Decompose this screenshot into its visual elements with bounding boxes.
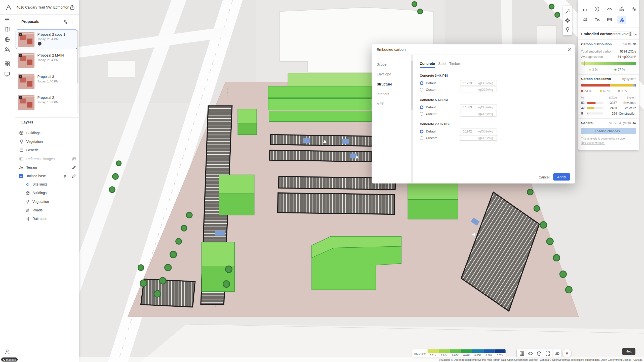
layer-label: Generic — [26, 148, 38, 152]
layer-vegetation[interactable]: Vegetation — [15, 138, 78, 146]
help-circle-icon[interactable] — [628, 32, 632, 36]
custom-value-field[interactable]: kgCO2e/kg — [460, 86, 497, 92]
metrics-tool-button[interactable] — [580, 5, 589, 13]
custom-option-row: Custom — [420, 135, 437, 141]
tab-steel[interactable]: Steel — [438, 62, 446, 67]
filter-icon[interactable] — [63, 19, 68, 25]
modal-nav-interiors[interactable]: Interiors — [377, 92, 389, 96]
daylight-tool-button[interactable] — [605, 5, 614, 13]
microclimate-tool-button[interactable] — [593, 16, 602, 24]
layer-untitled-base[interactable]: A Untitled base — [15, 172, 78, 180]
apply-button[interactable]: Apply — [553, 173, 570, 180]
swap-icon[interactable] — [62, 174, 67, 179]
mapbox-logo[interactable]: mapbox — [1, 357, 18, 361]
sublayer-buildings[interactable]: Buildings — [15, 189, 78, 197]
layer-buildings[interactable]: Buildings — [15, 129, 78, 137]
default-value-field: kgCO2e/kg — [460, 80, 497, 86]
custom-value-input[interactable] — [462, 136, 475, 140]
distribution-gradient-bar[interactable] — [581, 62, 636, 65]
layer-label: Buildings — [32, 191, 47, 195]
sublayer-railroads[interactable]: Railroads — [15, 215, 78, 223]
loading-changes-button[interactable]: Loading changes... — [581, 128, 636, 134]
pencil-icon[interactable] — [71, 174, 76, 179]
proposal-card[interactable]: A Proposal 2 copy 1 Today, 2:54 PM — [16, 30, 77, 49]
fullscreen-button[interactable] — [543, 350, 552, 357]
sun-hours-tool-button[interactable] — [593, 5, 602, 13]
library-button[interactable] — [4, 26, 10, 32]
custom-radio[interactable] — [420, 88, 424, 92]
vegetation-tool-button[interactable] — [563, 25, 572, 34]
tune-icon[interactable] — [632, 121, 637, 125]
proposal-time: Today, 2:04 PM — [37, 58, 59, 62]
proposals-scrollbar[interactable] — [77, 30, 78, 114]
custom-value-field[interactable]: kgCO2e/kg — [460, 111, 497, 117]
noise-tool-button[interactable] — [580, 16, 589, 24]
custom-value-input[interactable] — [462, 88, 475, 92]
tab-concrete[interactable]: Concrete — [420, 62, 435, 68]
proposal-name: Proposal 3 — [37, 75, 54, 79]
modal-nav-envelope[interactable]: Envelope — [377, 72, 391, 76]
sun-icon — [594, 6, 600, 12]
tab-timber[interactable]: Timber — [449, 62, 460, 67]
expand-icon — [545, 351, 550, 356]
close-icon[interactable] — [567, 47, 572, 52]
eye-off-icon[interactable] — [71, 156, 76, 161]
2d-mode-button[interactable]: 2D — [553, 349, 561, 357]
distribution-legend-low: 3 % — [589, 68, 597, 71]
operational-energy-tool-button[interactable] — [630, 5, 639, 13]
help-button[interactable]: Help — [622, 348, 635, 355]
project-address[interactable]: 4616 Calgary Trail NW, Edmonton, ... — [16, 5, 69, 9]
default-radio[interactable] — [420, 106, 424, 109]
share-icon[interactable] — [69, 5, 75, 10]
modal-nav-scope[interactable]: Scope — [377, 62, 386, 66]
collaborate-button[interactable] — [4, 46, 10, 52]
see-documentation-link[interactable]: See documentation — [581, 141, 605, 144]
app-window: 4616 Calgary Trail NW, Edmonton, ... — [0, 0, 644, 362]
custom-radio[interactable] — [420, 112, 424, 116]
proposal-card[interactable]: A Proposal 2 MAIN Today, 2:04 PM — [16, 51, 77, 70]
pencil-icon[interactable] — [71, 165, 76, 170]
modal-nav-mep[interactable]: MEP — [377, 102, 384, 106]
custom-value-field[interactable]: kgCO2e/kg — [460, 135, 497, 141]
layer-reference-images[interactable]: Reference images — [15, 155, 78, 163]
menu-button[interactable] — [4, 16, 10, 22]
custom-label: Custom — [426, 88, 437, 92]
profile-button[interactable] — [4, 349, 10, 355]
custom-radio[interactable] — [420, 136, 424, 140]
custom-value-input[interactable] — [462, 112, 475, 116]
compass-control[interactable] — [563, 349, 571, 357]
custom-option-row: Custom — [420, 111, 437, 117]
layer-terrain[interactable]: Terrain — [15, 163, 78, 172]
app-logo-icon[interactable] — [5, 4, 12, 11]
analysis-panel: Embodied carbon EXPERIMENTAL Carbon dist… — [578, 0, 639, 150]
default-radio[interactable] — [420, 81, 424, 85]
default-radio[interactable] — [420, 130, 424, 133]
apps-button[interactable] — [4, 61, 10, 67]
visibility-button[interactable] — [526, 350, 535, 357]
chevron-down-icon[interactable] — [634, 32, 638, 36]
mountain-icon — [19, 165, 24, 170]
add-proposal-icon[interactable] — [70, 19, 75, 25]
cancel-button[interactable]: Cancel — [539, 175, 549, 179]
proposal-card[interactable]: A Proposal 2 Today, 1:33 PM — [16, 93, 77, 112]
presentation-button[interactable] — [4, 71, 10, 77]
grid-toggle-button[interactable] — [517, 350, 526, 357]
cube-icon — [25, 191, 30, 195]
embodied-carbon-tool-button[interactable] — [617, 16, 626, 24]
3d-view-button[interactable] — [535, 350, 543, 357]
sublayer-vegetation[interactable]: Vegetation — [15, 197, 78, 206]
map-attribution[interactable]: © Mapbox © OpenStreetMap Improve this ma… — [439, 358, 642, 361]
sublayer-roads[interactable]: Roads — [15, 206, 78, 214]
unit-label: kgCO2e/kg — [478, 112, 493, 116]
solar-energy-tool-button[interactable] — [605, 16, 614, 24]
modal-nav-structure[interactable]: Structure — [377, 82, 392, 86]
inspect-tool-button[interactable] — [563, 7, 572, 16]
proposal-card[interactable]: A Proposal 3 Today, 1:40 PM — [16, 72, 77, 91]
sun-tool-button[interactable] — [563, 16, 572, 25]
wind-tool-button[interactable] — [617, 5, 626, 13]
tune-icon[interactable] — [632, 42, 637, 47]
breakdown-stacked-bar[interactable] — [581, 84, 636, 86]
explore-button[interactable] — [4, 36, 10, 42]
sublayer-site-limits[interactable]: Site limits — [15, 180, 78, 189]
layer-generic[interactable]: Generic — [15, 146, 78, 154]
